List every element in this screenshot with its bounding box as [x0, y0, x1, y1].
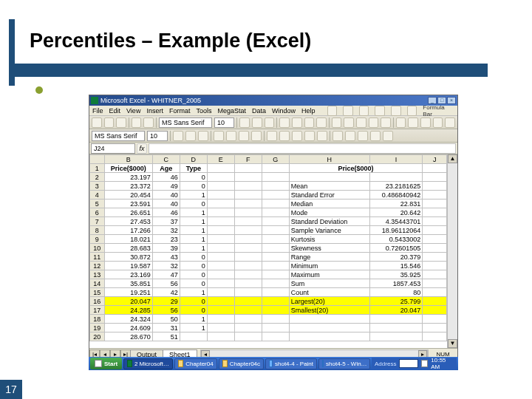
- select-all-cell[interactable]: [90, 155, 105, 164]
- cell[interactable]: [207, 173, 234, 182]
- cell[interactable]: [262, 164, 289, 173]
- cell[interactable]: [207, 262, 234, 270]
- cell[interactable]: 0: [180, 297, 207, 306]
- cell[interactable]: 25.799: [369, 297, 423, 306]
- save-icon[interactable]: [116, 117, 126, 128]
- dec-indent-icon[interactable]: [408, 117, 418, 128]
- cell[interactable]: Largest(20): [289, 297, 369, 306]
- cell[interactable]: Standard Deviation: [289, 217, 369, 226]
- cell[interactable]: 40: [152, 191, 180, 200]
- cell[interactable]: [234, 288, 262, 297]
- row-header[interactable]: 17: [90, 306, 105, 315]
- cell[interactable]: 0: [180, 270, 207, 279]
- borders2-icon[interactable]: [358, 131, 368, 141]
- cell[interactable]: [369, 173, 423, 182]
- col-header[interactable]: C: [152, 155, 180, 164]
- cell[interactable]: [262, 324, 289, 332]
- row-header[interactable]: 5: [90, 200, 105, 208]
- cell[interactable]: [423, 191, 447, 200]
- font-size-box-1[interactable]: 10: [214, 117, 234, 128]
- cell[interactable]: Skewness: [289, 244, 369, 253]
- cell[interactable]: [207, 270, 234, 279]
- menu-format[interactable]: Format: [169, 107, 191, 115]
- cell[interactable]: [234, 270, 262, 279]
- cell[interactable]: [234, 217, 262, 226]
- col-header[interactable]: I: [369, 155, 423, 164]
- menu-window[interactable]: Window: [272, 107, 296, 115]
- cell[interactable]: [262, 297, 289, 306]
- cell[interactable]: [234, 164, 262, 173]
- cell[interactable]: 50: [152, 315, 180, 324]
- cell[interactable]: [423, 315, 447, 324]
- cell[interactable]: Maximum: [289, 270, 369, 279]
- cell[interactable]: [289, 324, 369, 332]
- tray-icon[interactable]: [421, 360, 428, 367]
- merge2-icon[interactable]: [251, 131, 262, 141]
- cell[interactable]: 56: [152, 279, 180, 288]
- align-left-icon[interactable]: [279, 117, 290, 128]
- cell[interactable]: [234, 208, 262, 217]
- cell[interactable]: 24.285: [104, 306, 152, 315]
- cell[interactable]: 37: [152, 217, 180, 226]
- col-header[interactable]: B: [104, 155, 152, 164]
- cell[interactable]: 46: [152, 208, 180, 217]
- align-left2-icon[interactable]: [214, 131, 224, 141]
- cell[interactable]: 0.5433002: [369, 235, 423, 244]
- cell[interactable]: 1: [180, 208, 207, 217]
- cell[interactable]: [423, 270, 447, 279]
- cell[interactable]: 23.197: [104, 173, 152, 182]
- cell[interactable]: [234, 324, 262, 332]
- menu-tools[interactable]: Tools: [196, 107, 211, 115]
- row-header[interactable]: 11: [90, 253, 105, 262]
- cell[interactable]: 20.047: [104, 297, 152, 306]
- cell[interactable]: [289, 173, 369, 182]
- cell[interactable]: [262, 235, 289, 244]
- cell[interactable]: 42: [152, 288, 180, 297]
- cell[interactable]: [423, 332, 447, 341]
- inc-indent-icon[interactable]: [396, 117, 406, 128]
- cell[interactable]: 19.251: [104, 288, 152, 297]
- cell[interactable]: [234, 315, 262, 324]
- taskbar-item[interactable]: Chapter04: [174, 358, 217, 369]
- menu-data[interactable]: Data: [252, 107, 266, 115]
- sort-asc-icon[interactable]: [343, 106, 353, 116]
- cell[interactable]: 35.925: [369, 270, 423, 279]
- cell[interactable]: Sum: [289, 279, 369, 288]
- row-header[interactable]: 15: [90, 288, 105, 297]
- cell[interactable]: Type: [180, 164, 207, 173]
- cell[interactable]: 49: [152, 182, 180, 191]
- cell[interactable]: [289, 315, 369, 324]
- row-header[interactable]: 8: [90, 226, 105, 235]
- cell[interactable]: 29: [152, 297, 180, 306]
- cell[interactable]: [262, 279, 289, 288]
- menu-edit[interactable]: Edit: [109, 107, 121, 115]
- menu-insert[interactable]: Insert: [146, 107, 163, 115]
- cell[interactable]: 0: [180, 182, 207, 191]
- indent-in2-icon[interactable]: [332, 131, 343, 141]
- cell[interactable]: 20.047: [369, 306, 423, 315]
- row-header[interactable]: 18: [90, 315, 105, 324]
- cell[interactable]: 23.591: [104, 200, 152, 208]
- cell[interactable]: [423, 253, 447, 262]
- row-header[interactable]: 19: [90, 324, 105, 332]
- row-header[interactable]: 9: [90, 235, 105, 244]
- cell[interactable]: [234, 297, 262, 306]
- cell[interactable]: [423, 173, 447, 182]
- cell[interactable]: [234, 279, 262, 288]
- cell[interactable]: [234, 200, 262, 208]
- cell[interactable]: [423, 208, 447, 217]
- underline2-icon[interactable]: [198, 131, 208, 141]
- currency-icon[interactable]: [332, 117, 342, 128]
- cell[interactable]: [289, 332, 369, 341]
- underline-icon[interactable]: [265, 117, 275, 128]
- minimize-button[interactable]: _: [428, 97, 437, 104]
- row-header[interactable]: 13: [90, 270, 105, 279]
- cell[interactable]: [207, 244, 234, 253]
- cell[interactable]: 1857.453: [369, 279, 423, 288]
- cell[interactable]: 32: [152, 226, 180, 235]
- currency2-icon[interactable]: [267, 131, 277, 141]
- cell[interactable]: 0: [180, 253, 207, 262]
- cell[interactable]: 51: [152, 332, 180, 341]
- italic-icon[interactable]: [252, 117, 262, 128]
- start-button[interactable]: Start: [90, 358, 122, 369]
